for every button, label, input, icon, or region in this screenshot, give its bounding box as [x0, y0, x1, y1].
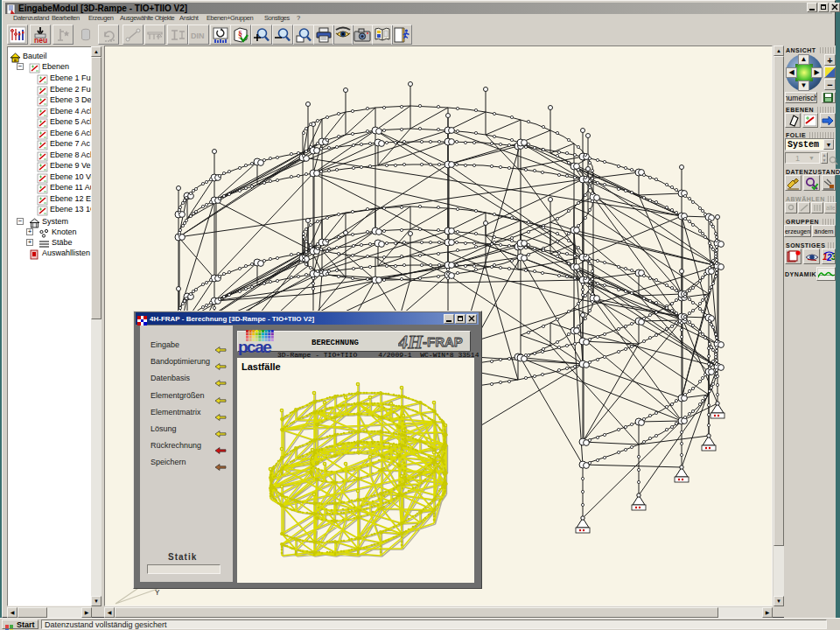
svg-text:neu: neu — [34, 36, 47, 44]
svg-text:4H: 4H — [398, 331, 424, 353]
svg-text:DIN: DIN — [191, 32, 205, 40]
svg-text:Y: Y — [155, 589, 160, 598]
svg-text:§: § — [238, 29, 242, 38]
svg-text:pcae: pcae — [238, 338, 271, 355]
svg-text:alle: alle — [826, 205, 835, 211]
svg-text:-FRAP: -FRAP — [423, 334, 463, 349]
